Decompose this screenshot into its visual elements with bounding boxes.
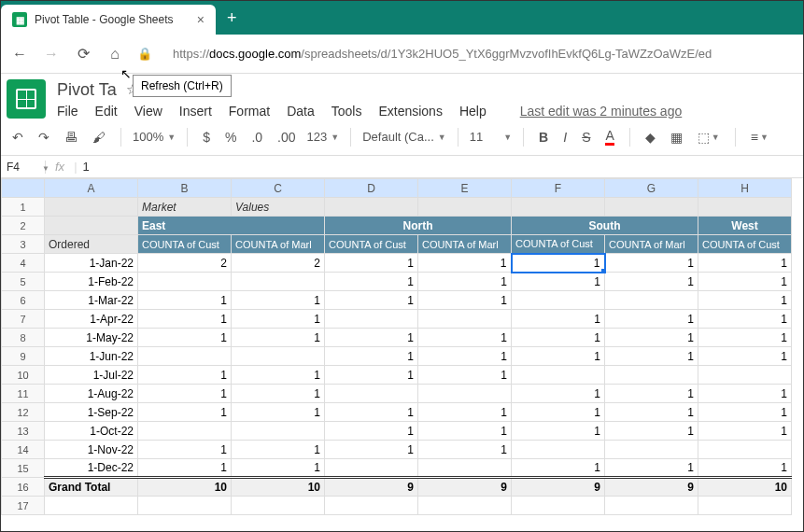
cell[interactable]: 1	[698, 329, 792, 347]
cell[interactable]	[232, 422, 325, 441]
cell[interactable]: East	[138, 217, 325, 235]
cell[interactable]: 1	[232, 385, 325, 403]
row-header[interactable]: 14	[2, 441, 45, 459]
name-box[interactable]: F4▼	[1, 161, 46, 174]
cell[interactable]: 2	[138, 254, 232, 273]
cell[interactable]: 1	[325, 291, 418, 310]
cell[interactable]: COUNTA of Cust	[325, 235, 418, 254]
sheets-logo[interactable]	[7, 79, 46, 119]
cell[interactable]	[232, 347, 325, 366]
forward-button[interactable]: →	[42, 46, 61, 63]
cell[interactable]: 1	[698, 273, 792, 291]
row-header[interactable]: 17	[2, 497, 45, 515]
cell[interactable]: 1	[232, 310, 325, 329]
cell[interactable]	[698, 366, 792, 385]
new-tab-button[interactable]: +	[227, 8, 237, 28]
cell[interactable]: 1	[605, 385, 698, 403]
text-color-button[interactable]: A	[601, 124, 617, 149]
cell[interactable]	[138, 422, 232, 441]
row-header[interactable]: 9	[2, 347, 45, 366]
cell[interactable]: 1	[418, 366, 512, 385]
menu-view[interactable]: View	[134, 104, 162, 119]
cell[interactable]: 1	[325, 441, 418, 459]
cell[interactable]: 1	[605, 273, 698, 291]
col-header[interactable]: E	[418, 179, 512, 198]
back-button[interactable]: ←	[10, 46, 29, 63]
cell[interactable]: 1-Oct-22	[45, 422, 138, 441]
cell[interactable]: 1	[698, 385, 792, 403]
close-tab-icon[interactable]: ×	[197, 12, 205, 27]
last-edit-link[interactable]: Last edit was 2 minutes ago	[520, 104, 683, 119]
cell[interactable]: 1	[325, 403, 418, 422]
cell[interactable]	[325, 310, 418, 329]
cell[interactable]: 1	[232, 291, 325, 310]
col-header[interactable]: F	[512, 179, 605, 198]
cell[interactable]: 1	[698, 347, 792, 366]
cell[interactable]: 1-Jul-22	[45, 366, 138, 385]
print-button[interactable]: 🖶	[61, 126, 81, 148]
zoom-select[interactable]: 100%▼	[133, 130, 176, 144]
cell[interactable]: 1	[418, 403, 512, 422]
cell[interactable]: 1	[418, 329, 512, 347]
cell[interactable]: 1	[232, 329, 325, 347]
cell[interactable]: 1-Aug-22	[45, 385, 138, 403]
cell[interactable]: Market	[138, 198, 232, 217]
cell[interactable]	[45, 217, 138, 235]
cell[interactable]: 1	[512, 254, 605, 273]
menu-format[interactable]: Format	[229, 104, 270, 119]
row-header[interactable]: 16	[2, 478, 45, 497]
row-header[interactable]: 2	[2, 217, 45, 235]
row-header[interactable]: 3	[2, 235, 45, 254]
increase-decimal-button[interactable]: .00	[274, 126, 299, 148]
cell[interactable]: 1-Sep-22	[45, 403, 138, 422]
bold-button[interactable]: B	[535, 126, 552, 148]
cell[interactable]: 1-Jun-22	[45, 347, 138, 366]
cell[interactable]	[418, 497, 512, 515]
merge-button[interactable]: ⬚▼	[694, 126, 724, 148]
italic-button[interactable]: I	[559, 126, 571, 148]
cell[interactable]: COUNTA of Cust	[698, 235, 792, 254]
col-header[interactable]: C	[232, 179, 325, 198]
cell[interactable]: 9	[605, 478, 698, 497]
cell[interactable]	[418, 385, 512, 403]
cell[interactable]: 1	[512, 329, 605, 347]
font-size-select[interactable]: 11▼	[470, 130, 512, 144]
cell[interactable]: 1	[512, 385, 605, 403]
cell[interactable]: 1	[698, 291, 792, 310]
cell[interactable]: 1	[138, 366, 232, 385]
row-header[interactable]: 15	[2, 459, 45, 478]
borders-button[interactable]: ▦	[667, 126, 686, 148]
cell[interactable]	[512, 198, 605, 217]
redo-button[interactable]: ↷	[35, 126, 53, 148]
cell[interactable]: 1	[512, 403, 605, 422]
document-title[interactable]: Pivot Ta	[57, 80, 117, 100]
cell[interactable]: 1	[698, 459, 792, 478]
cell[interactable]	[45, 497, 138, 515]
cell[interactable]	[418, 459, 512, 478]
cell[interactable]: 1	[512, 347, 605, 366]
formula-input[interactable]: 1	[78, 160, 90, 174]
cell[interactable]: South	[512, 217, 698, 235]
cell[interactable]: 1	[325, 422, 418, 441]
row-header[interactable]: 4	[2, 254, 45, 273]
cell[interactable]: 1	[138, 291, 232, 310]
menu-extensions[interactable]: Extensions	[378, 104, 442, 119]
cell[interactable]: 1	[325, 254, 418, 273]
undo-button[interactable]: ↶	[8, 126, 27, 148]
cell[interactable]: 1-Jan-22	[45, 254, 138, 273]
cell[interactable]	[45, 198, 138, 217]
cell[interactable]	[698, 198, 792, 217]
cell[interactable]	[325, 459, 418, 478]
cell[interactable]: 1	[512, 310, 605, 329]
cell[interactable]: 1	[418, 347, 512, 366]
cell[interactable]: 1	[605, 329, 698, 347]
menu-insert[interactable]: Insert	[179, 104, 212, 119]
font-select[interactable]: Default (Ca...▼	[362, 130, 446, 144]
cell[interactable]: 1	[138, 310, 232, 329]
cell[interactable]: West	[698, 217, 792, 235]
cell[interactable]: 10	[138, 478, 232, 497]
cell[interactable]: COUNTA of Cust	[512, 235, 605, 254]
cell[interactable]: 1	[232, 403, 325, 422]
row-header[interactable]: 6	[2, 291, 45, 310]
cell[interactable]	[605, 497, 698, 515]
